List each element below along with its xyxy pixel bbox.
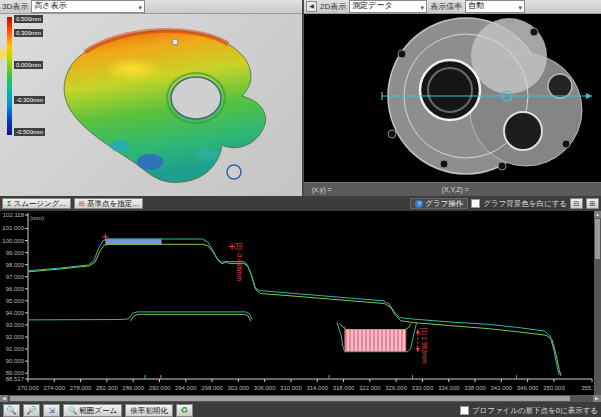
profile-graph-footer: 🔍 🔎 ⇲ 🔍 範囲ズーム 倍率初期化 ♻ プロファイルの最下点を0に表示する bbox=[0, 402, 601, 417]
y-tick-label: 100.000 bbox=[2, 238, 24, 244]
panel-3d-view: 3D表示 高さ表示▼ 0.500mm0.300mm0.000mm-0.300mm… bbox=[0, 0, 304, 196]
deviation-band-negative[interactable] bbox=[106, 239, 162, 244]
toolbar-2d: ◀ 2D表示 測定データ▼ 表示倍率 自動▼ bbox=[304, 0, 601, 14]
legend-gradient-bar bbox=[7, 17, 12, 135]
x-tick-label: 286.000 bbox=[122, 385, 144, 391]
scroll-right-arrow-icon[interactable]: ▶ bbox=[593, 395, 601, 402]
legend-value-label: 0.000mm bbox=[14, 61, 43, 69]
2d-part-image bbox=[304, 14, 601, 183]
layout-full-icon[interactable]: ⊞ bbox=[586, 198, 599, 209]
y-tick-label: 94.000 bbox=[6, 310, 25, 316]
toolbar-3d: 3D表示 高さ表示▼ bbox=[0, 0, 302, 14]
deviation-band-positive[interactable] bbox=[345, 330, 406, 352]
legend-value-label: -0.500mm bbox=[14, 128, 45, 136]
x-tick-label: 322.000 bbox=[359, 385, 381, 391]
collapse-panel-button[interactable]: ◀ bbox=[306, 1, 317, 12]
range-zoom-button[interactable]: 🔍 範囲ズーム bbox=[63, 404, 122, 417]
2d-status-bar: (x,y) = (X,Y,Z) = bbox=[304, 182, 601, 196]
y-tick-label: 93.000 bbox=[6, 322, 25, 328]
x-tick-label: 326.000 bbox=[385, 385, 407, 391]
x-tick-label: 302.000 bbox=[228, 385, 250, 391]
layout-split-icon[interactable]: ⊟ bbox=[570, 198, 583, 209]
x-tick-label: 306.000 bbox=[254, 385, 276, 391]
vertical-scroll-thumb[interactable] bbox=[595, 219, 600, 259]
y-tick-label: 97.000 bbox=[6, 274, 25, 280]
set-reference-point-button[interactable]: ⊞ 基準点を指定... bbox=[74, 198, 144, 209]
profile-graph-header: Σ スムージング... ⊞ 基準点を指定... ? グラフ操作 グラフ背景色を白… bbox=[0, 196, 601, 211]
profile-baseline-checkbox[interactable] bbox=[460, 406, 469, 415]
info-icon: ? bbox=[415, 200, 423, 208]
x-tick-label: 338.000 bbox=[464, 385, 486, 391]
legend-value-label: 0.500mm bbox=[14, 15, 43, 23]
3d-view-label: 3D表示 bbox=[2, 1, 28, 12]
x-tick-label: 342.000 bbox=[490, 385, 512, 391]
chevron-down-icon: ▼ bbox=[419, 3, 425, 13]
profile-comparison-chart: (mm)102.118101.000100.00099.00098.00097.… bbox=[0, 211, 594, 395]
chart-background bbox=[0, 211, 594, 395]
x-tick-label: 350.000 bbox=[543, 385, 565, 391]
3d-viewport[interactable]: 0.500mm0.300mm0.000mm-0.300mm-0.500mm bbox=[0, 14, 302, 196]
y-tick-label: 96.000 bbox=[6, 286, 25, 292]
sigma-icon: Σ bbox=[7, 199, 12, 208]
panel-2d-view: ◀ 2D表示 測定データ▼ 表示倍率 自動▼ bbox=[304, 0, 601, 196]
x-tick-label: 334.000 bbox=[438, 385, 460, 391]
legend-value-label: 0.300mm bbox=[14, 29, 43, 37]
3d-display-mode-select[interactable]: 高さ表示▼ bbox=[31, 0, 145, 13]
chart-horizontal-scrollbar[interactable]: ◀ ▶ bbox=[0, 395, 601, 402]
chevron-down-icon: ▼ bbox=[517, 3, 523, 13]
x-tick-label: 346.000 bbox=[517, 385, 539, 391]
graph-help-button[interactable]: ? グラフ操作 bbox=[410, 198, 468, 209]
scroll-up-arrow-icon[interactable]: ▲ bbox=[594, 211, 601, 218]
2d-data-select[interactable]: 測定データ▼ bbox=[349, 0, 427, 13]
x-tick-label: 290.000 bbox=[149, 385, 171, 391]
chevron-down-icon: ▼ bbox=[137, 3, 143, 13]
y-tick-label: 90.000 bbox=[6, 358, 25, 364]
x-tick-label: 330.000 bbox=[412, 385, 434, 391]
x-tick-label: 274.000 bbox=[43, 385, 65, 391]
zoom-ratio-label: 表示倍率 bbox=[430, 1, 462, 12]
smoothing-button[interactable]: Σ スムージング... bbox=[2, 198, 71, 209]
measurement-app-window: 3D表示 高さ表示▼ 0.500mm0.300mm0.000mm-0.300mm… bbox=[0, 0, 601, 417]
graph-background-white-label: グラフ背景色を白にする bbox=[483, 199, 567, 209]
reset-zoom-button[interactable]: 倍率初期化 bbox=[125, 404, 173, 417]
2d-viewport[interactable] bbox=[304, 14, 601, 183]
2d-view-label: 2D表示 bbox=[320, 1, 346, 12]
y-tick-label: 95.000 bbox=[6, 298, 25, 304]
y-tick-label: 91.000 bbox=[6, 346, 25, 352]
profile-baseline-label: プロファイルの最下点を0に表示する bbox=[472, 406, 598, 416]
y-tick-label: 98.000 bbox=[6, 262, 25, 268]
y-tick-label: 92.000 bbox=[6, 334, 25, 340]
x-tick-label: 314.000 bbox=[306, 385, 328, 391]
panel-profile-graph: Σ スムージング... ⊞ 基準点を指定... ? グラフ操作 グラフ背景色を白… bbox=[0, 196, 601, 417]
x-tick-label: 355.794 bbox=[581, 385, 594, 391]
cursor-xyz-readout: (X,Y,Z) = bbox=[442, 186, 469, 193]
refresh-icon[interactable]: ♻ bbox=[176, 404, 193, 417]
x-tick-label: 310.000 bbox=[280, 385, 302, 391]
zoom-out-icon[interactable]: 🔎 bbox=[23, 404, 40, 417]
magnifier-icon: 🔍 bbox=[68, 406, 77, 415]
graph-background-white-checkbox[interactable] bbox=[471, 199, 480, 208]
x-tick-label: 282.000 bbox=[96, 385, 118, 391]
measurement-1-label: [1] 1.963mm bbox=[420, 328, 428, 364]
x-tick-label: 298.000 bbox=[201, 385, 223, 391]
horizontal-scroll-thumb[interactable] bbox=[10, 396, 570, 401]
measurement-2-label: [2] -0.436mm bbox=[235, 243, 243, 281]
y-tick-label: 101.000 bbox=[2, 225, 24, 231]
target-icon: ⊞ bbox=[79, 199, 85, 208]
legend-value-label: -0.300mm bbox=[14, 96, 45, 104]
y-tick-label: 88.517 bbox=[6, 376, 25, 382]
profile-chart-area[interactable]: (mm)102.118101.000100.00099.00098.00097.… bbox=[0, 211, 601, 395]
scroll-left-arrow-icon[interactable]: ◀ bbox=[0, 395, 8, 402]
zoom-ratio-select[interactable]: 自動▼ bbox=[465, 0, 525, 13]
chart-vertical-scrollbar[interactable]: ▲ bbox=[594, 211, 601, 395]
cursor-xy-readout: (x,y) = bbox=[312, 186, 332, 193]
x-tick-label: 294.000 bbox=[175, 385, 197, 391]
x-tick-label: 270.000 bbox=[17, 385, 39, 391]
height-color-legend: 0.500mm0.300mm0.000mm-0.300mm-0.500mm bbox=[7, 15, 67, 143]
zoom-select-icon[interactable]: ⇲ bbox=[43, 404, 60, 417]
y-tick-label: 102.118 bbox=[3, 212, 25, 218]
zoom-in-icon[interactable]: 🔍 bbox=[3, 404, 20, 417]
top-row: 3D表示 高さ表示▼ 0.500mm0.300mm0.000mm-0.300mm… bbox=[0, 0, 601, 196]
y-axis-unit-label: (mm) bbox=[30, 215, 44, 221]
x-tick-label: 318.000 bbox=[333, 385, 355, 391]
